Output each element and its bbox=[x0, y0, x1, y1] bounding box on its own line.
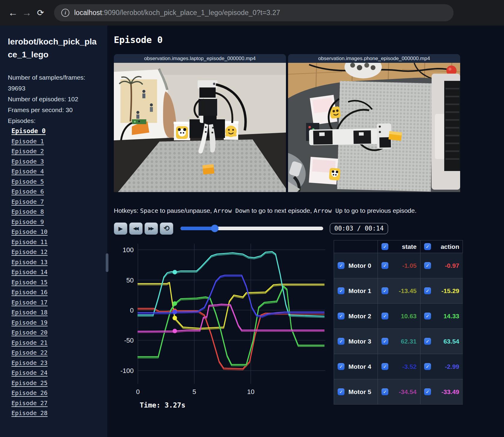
url-text[interactable]: localhost:9090/lerobot/koch_pick_place_1… bbox=[74, 9, 280, 17]
episode-link-4[interactable]: Episode 4 bbox=[11, 168, 44, 175]
back-icon[interactable]: ← bbox=[6, 7, 20, 18]
episode-link-21[interactable]: Episode 21 bbox=[11, 339, 47, 346]
episode-link-20[interactable]: Episode 20 bbox=[11, 329, 47, 336]
episode-link-22[interactable]: Episode 22 bbox=[11, 349, 47, 356]
motor-0-action-line bbox=[138, 308, 324, 369]
motor-3-state-checkbox[interactable]: ✓ bbox=[381, 338, 388, 345]
motor-4-state-cell: ✓-3.52 bbox=[378, 354, 420, 379]
table-row-motor-5: ✓Motor 5 bbox=[334, 379, 378, 404]
motor-0-action-checkbox[interactable]: ✓ bbox=[424, 262, 431, 269]
table-header-action: ✓action bbox=[420, 240, 463, 253]
y-tick-label: 50 bbox=[126, 277, 134, 284]
episode-link-2[interactable]: Episode 2 bbox=[11, 148, 44, 155]
video-scene-laptop bbox=[114, 63, 286, 192]
episode-link-3[interactable]: Episode 3 bbox=[11, 158, 44, 165]
episode-link-24[interactable]: Episode 24 bbox=[11, 369, 47, 376]
action-value: 63.54 bbox=[443, 338, 459, 345]
video-title-phone: observation.images.phone_episode_000000.… bbox=[288, 54, 460, 63]
motor-4-action-cell: ✓-2.99 bbox=[420, 354, 463, 379]
motor-1-state-checkbox[interactable]: ✓ bbox=[381, 287, 388, 294]
episode-link-6[interactable]: Episode 6 bbox=[11, 188, 44, 195]
state-value: -1.05 bbox=[402, 262, 417, 269]
site-info-icon[interactable]: i bbox=[61, 9, 69, 17]
episode-link-10[interactable]: Episode 10 bbox=[11, 228, 47, 235]
motor-2-action-line bbox=[138, 286, 324, 365]
motor-2-action-checkbox[interactable]: ✓ bbox=[424, 313, 431, 319]
episode-link-23[interactable]: Episode 23 bbox=[11, 359, 47, 366]
episode-link-7[interactable]: Episode 7 bbox=[11, 198, 44, 205]
motor-4-current-dot bbox=[172, 310, 177, 314]
episode-link-18[interactable]: Episode 18 bbox=[11, 309, 47, 316]
state-column-checkbox[interactable]: ✓ bbox=[381, 243, 388, 250]
fast-forward-button[interactable]: ▶▶ bbox=[144, 222, 158, 235]
motor-3-action-cell: ✓63.54 bbox=[420, 329, 463, 354]
forward-icon[interactable]: → bbox=[20, 7, 34, 18]
episode-link-5[interactable]: Episode 5 bbox=[11, 178, 44, 185]
hotkey-segment: to go to next episode, bbox=[250, 207, 314, 214]
sidebar: lerobot/koch_pick_place_1_lego Number of… bbox=[0, 26, 107, 437]
motor-1-action-checkbox[interactable]: ✓ bbox=[424, 287, 431, 294]
motor-5-action-checkbox[interactable]: ✓ bbox=[424, 388, 431, 395]
episode-link-19[interactable]: Episode 19 bbox=[11, 319, 47, 326]
episode-link-27[interactable]: Episode 27 bbox=[11, 399, 47, 407]
motor-3-row-checkbox[interactable]: ✓ bbox=[338, 338, 345, 345]
episode-link-8[interactable]: Episode 8 bbox=[11, 208, 44, 215]
video-panel-laptop: observation.images.laptop_episode_000000… bbox=[114, 54, 286, 192]
url-bar[interactable]: i localhost:9090/lerobot/koch_pick_place… bbox=[54, 4, 454, 21]
stat-samples: Number of samples/frames: 39693 bbox=[8, 72, 100, 94]
episode-link-12[interactable]: Episode 12 bbox=[11, 248, 47, 255]
episode-link-15[interactable]: Episode 15 bbox=[11, 279, 47, 286]
motor-2-state-cell: ✓10.63 bbox=[378, 303, 420, 329]
stat-fps: Frames per second: 30 bbox=[8, 105, 100, 115]
player-controls: ▶ ◀◀ ▶▶ ⟲ 00:03 / 00:14 bbox=[114, 222, 504, 235]
motor-0-row-checkbox[interactable]: ✓ bbox=[338, 262, 345, 269]
motor-2-row-checkbox[interactable]: ✓ bbox=[338, 313, 345, 319]
episode-list-item: Episode 19 bbox=[11, 319, 100, 329]
episode-link-17[interactable]: Episode 17 bbox=[11, 299, 47, 306]
motor-chart-svg: 0510-100-50050100 bbox=[114, 240, 328, 396]
motor-2-current-dot bbox=[172, 301, 177, 306]
episode-link-13[interactable]: Episode 13 bbox=[11, 258, 47, 266]
motor-3-action-checkbox[interactable]: ✓ bbox=[424, 338, 431, 345]
motor-5-state-checkbox[interactable]: ✓ bbox=[381, 388, 388, 395]
motor-1-current-dot bbox=[172, 316, 177, 320]
sidebar-scrollbar[interactable] bbox=[106, 253, 108, 272]
episode-link-1[interactable]: Episode 1 bbox=[11, 138, 44, 145]
state-header-label: state bbox=[402, 243, 417, 250]
time-display: 00:03 / 00:14 bbox=[330, 223, 388, 234]
y-tick-label: -100 bbox=[120, 367, 134, 374]
episode-link-14[interactable]: Episode 14 bbox=[11, 268, 47, 276]
rewind-button[interactable]: ◀◀ bbox=[129, 222, 143, 235]
hotkey-segment: Hotkeys: bbox=[114, 207, 140, 214]
motor-4-row-checkbox[interactable]: ✓ bbox=[338, 363, 345, 370]
motor-4-state-checkbox[interactable]: ✓ bbox=[381, 363, 388, 370]
motor-label: Motor 5 bbox=[348, 388, 371, 396]
motor-2-state-checkbox[interactable]: ✓ bbox=[381, 313, 388, 319]
play-button[interactable]: ▶ bbox=[114, 222, 127, 235]
timeline-slider[interactable] bbox=[181, 225, 323, 232]
table-corner-cell bbox=[334, 240, 378, 253]
episode-link-11[interactable]: Episode 11 bbox=[11, 238, 47, 246]
motor-4-action-checkbox[interactable]: ✓ bbox=[424, 363, 431, 370]
action-column-checkbox[interactable]: ✓ bbox=[424, 243, 431, 250]
loop-button[interactable]: ⟲ bbox=[160, 222, 173, 235]
slider-thumb[interactable] bbox=[211, 225, 219, 232]
episode-link-16[interactable]: Episode 16 bbox=[11, 289, 47, 296]
episode-link-25[interactable]: Episode 25 bbox=[11, 379, 47, 387]
reload-icon[interactable]: ⟳ bbox=[34, 8, 47, 18]
table-row-motor-1: ✓Motor 1 bbox=[334, 278, 378, 303]
state-value: -13.45 bbox=[399, 287, 417, 295]
y-tick-label: -50 bbox=[124, 337, 134, 344]
episode-link-26[interactable]: Episode 26 bbox=[11, 389, 47, 396]
episode-list: Episode 0Episode 1Episode 2Episode 3Epis… bbox=[11, 127, 100, 420]
motor-5-action-cell: ✓-33.49 bbox=[420, 379, 463, 404]
motor-0-state-checkbox[interactable]: ✓ bbox=[381, 262, 388, 269]
episode-link-0[interactable]: Episode 0 bbox=[11, 127, 46, 135]
motor-5-row-checkbox[interactable]: ✓ bbox=[338, 388, 345, 395]
episode-link-9[interactable]: Episode 9 bbox=[11, 218, 44, 225]
episode-list-item: Episode 10 bbox=[11, 228, 100, 238]
episode-link-28[interactable]: Episode 28 bbox=[11, 409, 47, 417]
episode-list-item: Episode 1 bbox=[11, 138, 100, 148]
episode-list-item: Episode 17 bbox=[11, 299, 100, 309]
motor-1-row-checkbox[interactable]: ✓ bbox=[338, 287, 345, 294]
